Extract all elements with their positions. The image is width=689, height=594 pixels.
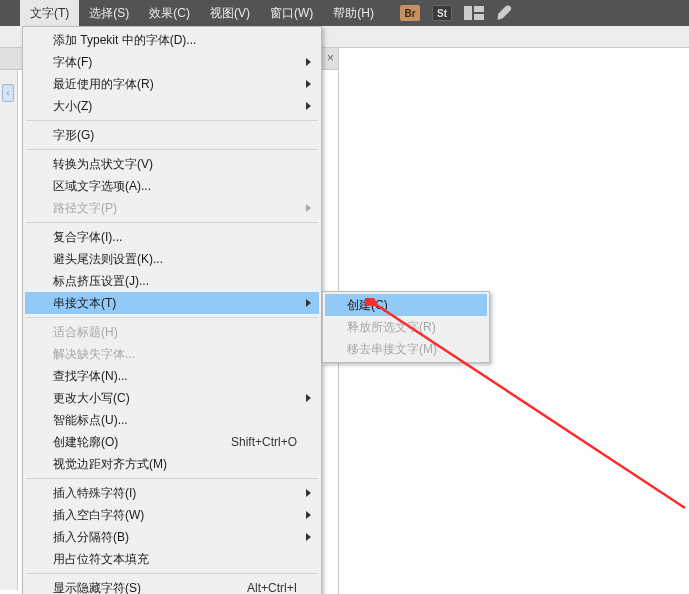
left-sidebar: ‹: [0, 70, 18, 590]
menu-item: 释放所选文字(R): [325, 316, 487, 338]
menu-item-label: 插入特殊字符(I): [53, 485, 297, 502]
menu-item-label: 字形(G): [53, 127, 297, 144]
menu-item-label: 添加 Typekit 中的字体(D)...: [53, 32, 297, 49]
menu-item-label: 显示隐藏字符(S): [53, 580, 247, 595]
submenu-arrow-icon: [306, 489, 311, 497]
menu-item[interactable]: 转换为点状文字(V): [25, 153, 319, 175]
menu-item[interactable]: 创建(C): [325, 294, 487, 316]
menu-item[interactable]: 最近使用的字体(R): [25, 73, 319, 95]
menu-item[interactable]: 复合字体(I)...: [25, 226, 319, 248]
menu-item[interactable]: 字形(G): [25, 124, 319, 146]
submenu-arrow-icon: [306, 533, 311, 541]
menu-separator: [26, 222, 318, 223]
submenu-arrow-icon: [306, 58, 311, 66]
toolbar-icons: Br St: [400, 4, 514, 22]
submenu-arrow-icon: [306, 204, 311, 212]
menu-item-shortcut: Shift+Ctrl+O: [231, 435, 297, 449]
menu-item-label: 解决缺失字体...: [53, 346, 297, 363]
menu-item[interactable]: 添加 Typekit 中的字体(D)...: [25, 29, 319, 51]
menu-item-label: 串接文本(T): [53, 295, 297, 312]
menu-separator: [26, 149, 318, 150]
menu-item-shortcut: Alt+Ctrl+I: [247, 581, 297, 594]
menu-item[interactable]: 创建轮廓(O)Shift+Ctrl+O: [25, 431, 319, 453]
menu-item[interactable]: 用占位符文本填充: [25, 548, 319, 570]
bridge-icon[interactable]: Br: [400, 5, 420, 21]
menu-item-label: 转换为点状文字(V): [53, 156, 297, 173]
menubar-item[interactable]: 帮助(H): [323, 0, 384, 26]
menu-item-label: 避头尾法则设置(K)...: [53, 251, 297, 268]
menu-item[interactable]: 标点挤压设置(J)...: [25, 270, 319, 292]
submenu-arrow-icon: [306, 80, 311, 88]
menu-item-label: 插入分隔符(B): [53, 529, 297, 546]
menu-item-label: 智能标点(U)...: [53, 412, 297, 429]
arrange-icon[interactable]: [464, 6, 484, 20]
menu-item-label: 创建(C): [347, 297, 465, 314]
submenu-arrow-icon: [306, 394, 311, 402]
menu-item-label: 释放所选文字(R): [347, 319, 465, 336]
menubar-item[interactable]: 文字(T): [20, 0, 79, 26]
menu-item-label: 插入空白字符(W): [53, 507, 297, 524]
text-menu-dropdown: 添加 Typekit 中的字体(D)...字体(F)最近使用的字体(R)大小(Z…: [22, 26, 322, 594]
menu-item-label: 大小(Z): [53, 98, 297, 115]
feather-icon[interactable]: [496, 4, 514, 22]
menubar-item[interactable]: 视图(V): [200, 0, 260, 26]
menu-item[interactable]: 插入空白字符(W): [25, 504, 319, 526]
menu-separator: [26, 317, 318, 318]
menu-item[interactable]: 智能标点(U)...: [25, 409, 319, 431]
submenu-arrow-icon: [306, 102, 311, 110]
menu-item-label: 移去串接文字(M): [347, 341, 465, 358]
menu-item[interactable]: 避头尾法则设置(K)...: [25, 248, 319, 270]
close-icon[interactable]: ×: [327, 51, 334, 65]
menu-separator: [26, 573, 318, 574]
menu-item: 适合标题(H): [25, 321, 319, 343]
menu-item-label: 查找字体(N)...: [53, 368, 297, 385]
menu-separator: [26, 120, 318, 121]
menu-item-label: 最近使用的字体(R): [53, 76, 297, 93]
menu-item-label: 视觉边距对齐方式(M): [53, 456, 297, 473]
menu-item[interactable]: 显示隐藏字符(S)Alt+Ctrl+I: [25, 577, 319, 594]
menu-item[interactable]: 视觉边距对齐方式(M): [25, 453, 319, 475]
menu-item[interactable]: 插入分隔符(B): [25, 526, 319, 548]
menu-item-label: 标点挤压设置(J)...: [53, 273, 297, 290]
menu-item-label: 用占位符文本填充: [53, 551, 297, 568]
menubar-item[interactable]: 效果(C): [139, 0, 200, 26]
menu-item-label: 复合字体(I)...: [53, 229, 297, 246]
menubar-item[interactable]: 窗口(W): [260, 0, 323, 26]
menu-item[interactable]: 插入特殊字符(I): [25, 482, 319, 504]
menu-item-label: 字体(F): [53, 54, 297, 71]
submenu-arrow-icon: [306, 299, 311, 307]
menu-item: 路径文字(P): [25, 197, 319, 219]
top-menubar: 文字(T)选择(S)效果(C)视图(V)窗口(W)帮助(H) Br St: [0, 0, 689, 26]
menu-item: 解决缺失字体...: [25, 343, 319, 365]
menu-separator: [26, 478, 318, 479]
submenu-arrow-icon: [306, 511, 311, 519]
menu-item-label: 适合标题(H): [53, 324, 297, 341]
menu-item[interactable]: 更改大小写(C): [25, 387, 319, 409]
menu-item[interactable]: 串接文本(T): [25, 292, 319, 314]
menu-item-label: 路径文字(P): [53, 200, 297, 217]
menu-item[interactable]: 大小(Z): [25, 95, 319, 117]
menu-item[interactable]: 查找字体(N)...: [25, 365, 319, 387]
sidebar-collapse-button[interactable]: ‹: [2, 84, 14, 102]
menu-item: 移去串接文字(M): [325, 338, 487, 360]
stock-icon[interactable]: St: [432, 5, 452, 21]
menu-item-label: 创建轮廓(O): [53, 434, 231, 451]
menu-item-label: 区域文字选项(A)...: [53, 178, 297, 195]
thread-text-submenu: 创建(C)释放所选文字(R)移去串接文字(M): [322, 291, 490, 363]
menubar-item[interactable]: 选择(S): [79, 0, 139, 26]
menu-item[interactable]: 字体(F): [25, 51, 319, 73]
menu-item[interactable]: 区域文字选项(A)...: [25, 175, 319, 197]
menu-item-label: 更改大小写(C): [53, 390, 297, 407]
